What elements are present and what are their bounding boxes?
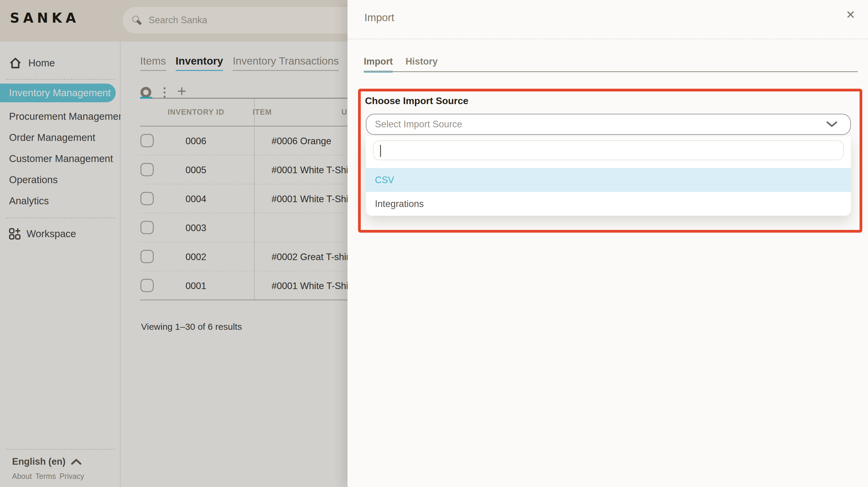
row-checkbox[interactable] (141, 221, 154, 234)
cell-inventory-id: 0004 (157, 194, 235, 205)
sidebar-item[interactable]: Operations (0, 169, 121, 191)
footer-link[interactable]: Privacy (59, 472, 84, 481)
search-icon (130, 14, 143, 27)
chevron-down-icon (826, 121, 838, 127)
footer-link[interactable]: About (12, 472, 32, 481)
cell-inventory-id: 0006 (157, 136, 235, 147)
row-checkbox[interactable] (141, 192, 154, 205)
section-heading: Choose Import Source (365, 95, 468, 107)
table-row[interactable]: 0003 A (140, 213, 347, 242)
sidebar-item-label: Workspace (27, 228, 76, 239)
dropdown-options: CSVIntegrations (366, 168, 851, 216)
row-checkbox[interactable] (141, 163, 154, 176)
app-root: SANKA Search Sanka Home Inventory (0, 0, 868, 487)
cell-item: #0006 Orange (272, 136, 331, 147)
table-body: 0006 #0006 Orange A 0005 #0001 White T-S… (140, 126, 347, 300)
sidebar-item-label: Home (28, 57, 55, 69)
footer-links: AboutTermsPrivacy (12, 472, 84, 481)
table-row[interactable]: 0001 #0001 White T-Shirt A (140, 271, 347, 300)
sidebar: Home Inventory ManagementProcurement Man… (0, 41, 121, 487)
kebab-menu-icon[interactable]: ⋮ (158, 85, 170, 99)
panel-header-divider (347, 39, 868, 39)
dropdown-search-input[interactable] (373, 140, 844, 160)
cell-inventory-id: 0001 (157, 281, 235, 291)
sidebar-item[interactable]: Customer Management (0, 148, 121, 169)
main-tab[interactable]: Inventory (176, 55, 223, 71)
language-label: English (en) (12, 456, 65, 467)
panel-tabs: ImportHistory (364, 56, 438, 73)
text-cursor (380, 145, 381, 157)
row-checkbox[interactable] (141, 134, 154, 147)
app-logo: SANKA (10, 10, 80, 26)
import-panel: Import ✕ ImportHistory Choose Import Sou… (347, 0, 868, 487)
import-source-dropdown: CSVIntegrations (366, 136, 851, 216)
cell-inventory-id: 0002 (157, 252, 235, 262)
panel-tab[interactable]: Import (364, 56, 393, 73)
active-view-indicator (140, 97, 152, 99)
table-row[interactable]: 0006 #0006 Orange A (140, 126, 347, 155)
dropdown-option[interactable]: Integrations (366, 192, 851, 216)
sidebar-divider (6, 79, 115, 80)
main-tabs: ItemsInventoryInventory Transactions (140, 55, 339, 71)
cell-item: #0001 White T-Shirt (272, 281, 354, 291)
sidebar-item[interactable]: Order Management (0, 127, 121, 148)
language-selector[interactable]: English (en) (12, 456, 82, 467)
sidebar-item[interactable]: Procurement Management (0, 106, 121, 127)
sidebar-divider (6, 218, 115, 218)
results-count: Viewing 1–30 of 6 results (141, 322, 242, 332)
sidebar-item[interactable]: Analytics (0, 191, 121, 211)
column-header-inventory-id: INVENTORY ID (157, 108, 235, 116)
panel-title: Import (364, 11, 394, 24)
cell-item: #0001 White T-Shirt (272, 165, 354, 176)
row-checkbox[interactable] (141, 279, 154, 292)
home-icon (9, 57, 22, 69)
cell-inventory-id: 0005 (157, 165, 235, 176)
table-top-border (140, 98, 347, 99)
sidebar-nav: Inventory ManagementProcurement Manageme… (0, 84, 121, 211)
table-row[interactable]: 0005 #0001 White T-Shirt A (140, 155, 347, 184)
sidebar-divider (6, 449, 115, 450)
chevron-up-icon (71, 458, 82, 465)
table-row[interactable]: 0004 #0001 White T-Shirt A (140, 184, 347, 213)
row-checkbox[interactable] (141, 250, 154, 263)
close-icon[interactable]: ✕ (846, 9, 855, 21)
workspace-icon (8, 228, 21, 240)
cell-item: #0002 Great T-shirt (272, 252, 352, 262)
cell-inventory-id: 0003 (157, 223, 235, 233)
add-icon[interactable]: + (177, 82, 186, 100)
sidebar-item-workspace[interactable]: Workspace (8, 226, 76, 241)
panel-tabs-baseline (364, 71, 858, 72)
table-row[interactable]: 0002 #0002 Great T-shirt A (140, 242, 347, 271)
select-placeholder: Select Import Source (375, 119, 462, 130)
footer-link[interactable]: Terms (35, 472, 56, 481)
column-header-item: ITEM (253, 108, 272, 116)
import-source-select[interactable]: Select Import Source (366, 114, 851, 135)
sidebar-item[interactable]: Inventory Management (0, 84, 116, 102)
main-tab[interactable]: Items (140, 55, 166, 71)
panel-tab[interactable]: History (405, 56, 438, 73)
view-toggle-icon[interactable] (141, 87, 151, 98)
sidebar-item-home[interactable]: Home (9, 56, 55, 70)
global-search-input[interactable]: Search Sanka (123, 7, 367, 33)
cell-item: #0001 White T-Shirt (272, 194, 354, 205)
search-placeholder: Search Sanka (149, 15, 207, 26)
main-tab[interactable]: Inventory Transactions (233, 55, 339, 71)
column-header-clipped: U (341, 108, 347, 116)
dropdown-option[interactable]: CSV (366, 168, 851, 192)
